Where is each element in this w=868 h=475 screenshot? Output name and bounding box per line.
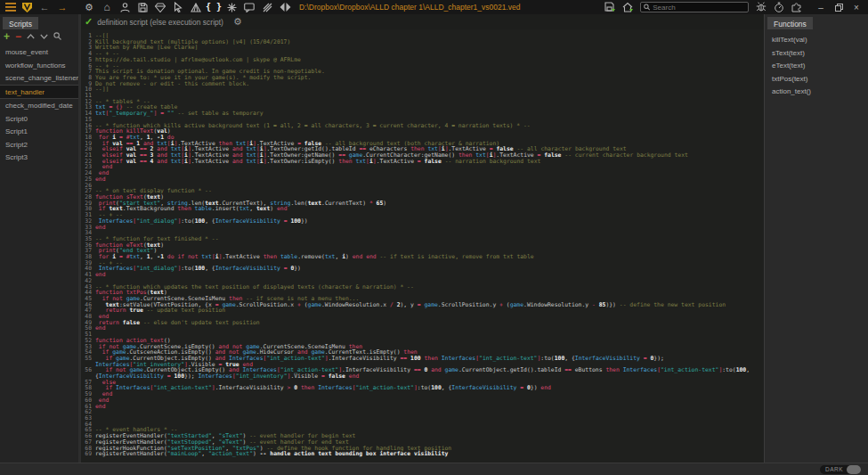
code-line[interactable]: 51: [81, 332, 764, 338]
dialog-speech-bubble-icon[interactable]: [240, 0, 258, 14]
function-list-item[interactable]: eText(text): [765, 59, 868, 72]
search-input[interactable]: [653, 4, 745, 12]
code-line[interactable]: 14txt["_temporary_"] = "" -- set table a…: [81, 111, 764, 117]
save-with-arrow-icon[interactable]: [601, 0, 619, 14]
code-line[interactable]: 50end: [81, 325, 764, 332]
function-list-item[interactable]: sText(text): [765, 46, 868, 60]
code-line[interactable]: 32 Interfaces["int_dialog"]:to(100, {Int…: [81, 218, 764, 225]
code-line[interactable]: 9Do not remove - or edit - this comment …: [81, 81, 764, 87]
code-line[interactable]: 27-- * on text display function * --: [81, 188, 764, 194]
home-icon[interactable]: ⌂: [98, 0, 116, 14]
code-text: -- * function which kills active backgro…: [95, 123, 764, 129]
code-line[interactable]: 22 elseif val == 4 and txt[i].TextActive…: [81, 159, 764, 165]
code-line[interactable]: 35-- * function for text finished * --: [81, 236, 764, 242]
script-list-item[interactable]: Script0: [0, 112, 78, 126]
restore-button[interactable]: [831, 1, 847, 13]
code-line[interactable]: 11: [81, 93, 764, 99]
script-list-item[interactable]: workflow_functions: [0, 59, 78, 72]
line-number: 55: [81, 356, 95, 367]
script-settings-gear-icon[interactable]: ⚙: [233, 16, 242, 28]
code-line[interactable]: 25end: [81, 176, 764, 183]
code-line[interactable]: 3Written by AFRLme [Lee Clarke]: [81, 45, 764, 51]
function-list-item[interactable]: action_text(): [765, 85, 868, 98]
script-list-item[interactable]: text_handler: [0, 85, 78, 100]
move-down-button[interactable]: [40, 34, 48, 39]
theme-toggle[interactable]: DARK: [820, 465, 861, 474]
script-list-item[interactable]: mouse_event: [0, 45, 78, 59]
menu-icon[interactable]: [4, 0, 18, 14]
close-button[interactable]: ×: [848, 1, 864, 13]
code-text: function eText(text): [95, 242, 764, 249]
status-bar: DARK: [0, 463, 868, 475]
code-text: Interfaces["int_dialog"]:to(100, {Interf…: [95, 218, 764, 225]
code-line[interactable]: 41end: [81, 272, 764, 278]
settings-gear-icon[interactable]: ⚙: [80, 0, 98, 14]
definition-script-checkbox[interactable]: ✓: [85, 16, 93, 28]
debug-bug-icon[interactable]: [752, 0, 770, 14]
code-text: -- * function which updates the text pos…: [95, 284, 764, 291]
code-line[interactable]: 59 end: [81, 391, 764, 397]
code-line[interactable]: 61end: [81, 404, 764, 410]
code-text: if Interfaces["int_action-text"].Interfa…: [95, 385, 764, 391]
line-number: 56: [81, 367, 95, 379]
add-script-button[interactable]: +: [4, 30, 10, 43]
code-line[interactable]: 24 end: [81, 170, 764, 176]
script-list-item[interactable]: Script1: [0, 125, 78, 138]
code-line[interactable]: 64: [81, 422, 764, 428]
code-line[interactable]: 49 return false -- else don't update tex…: [81, 320, 764, 326]
plugin-puzzle-icon[interactable]: [788, 0, 806, 14]
character-person-icon[interactable]: [116, 0, 134, 14]
code-line[interactable]: 69registerEventHandler("mainLoop", "acti…: [81, 451, 764, 457]
scripts-panel: + − mouse_eventworkflow_functionsscene_c…: [0, 29, 78, 463]
script-list-item[interactable]: scene_change_listener: [0, 71, 78, 85]
profiler-stopwatch-icon[interactable]: [770, 0, 788, 14]
function-list-item[interactable]: killText(val): [765, 33, 868, 46]
code-line[interactable]: 10--]]: [81, 86, 764, 93]
code-line[interactable]: 33end: [81, 225, 764, 231]
filter-search-icon[interactable]: [53, 32, 61, 40]
code-line[interactable]: 60 end: [81, 397, 764, 404]
script-list-item[interactable]: Script2: [0, 138, 78, 152]
code-line[interactable]: 56 if not game.CurrentObject.isEmpty() a…: [81, 367, 764, 379]
visionaire-logo-icon[interactable]: [18, 0, 36, 14]
shader-stripes-icon[interactable]: [258, 0, 276, 14]
script-list-item[interactable]: check_modified_date: [0, 99, 78, 112]
forward-arrow-icon[interactable]: →: [53, 0, 71, 14]
code-line[interactable]: 63: [81, 415, 764, 422]
code-line[interactable]: 30 if text.TextBackground then table.ins…: [81, 206, 764, 212]
minimize-button[interactable]: –: [813, 1, 829, 13]
theme-toggle-knob[interactable]: [847, 465, 861, 474]
code-line[interactable]: 5https://de.tail.studio | afrlme@outlook…: [81, 57, 764, 63]
code-line[interactable]: 38 for i = #txt, 1, -1 do if not txt[i].…: [81, 254, 764, 260]
code-editor[interactable]: 1--[[2Kill background text (multiple opt…: [78, 29, 764, 463]
code-text: Written by AFRLme [Lee Clarke]: [95, 45, 764, 51]
code-line[interactable]: 23 end: [81, 164, 764, 170]
back-arrow-icon[interactable]: ←: [36, 0, 53, 14]
function-list-item[interactable]: txtPos(text): [765, 72, 868, 86]
export-home-arrow-icon[interactable]: [619, 0, 637, 14]
code-text: return false -- else don't update text p…: [95, 320, 764, 326]
transition-double-arrow-icon[interactable]: [276, 0, 294, 14]
code-line[interactable]: 58 if Interfaces["int_action-text"].Inte…: [81, 385, 764, 391]
interface-floppy-icon[interactable]: [134, 0, 151, 14]
item-diamond-icon[interactable]: [151, 0, 169, 14]
code-line[interactable]: 40 Interfaces["int_dialog"]:to(100, {Int…: [81, 266, 764, 272]
cursor-pointer-icon[interactable]: [169, 0, 187, 14]
code-line[interactable]: 16-- * function which kills active backg…: [81, 123, 764, 129]
code-text: end: [95, 397, 764, 404]
code-line[interactable]: 55 if game.CurrentObject.isEmpty() and I…: [81, 356, 764, 367]
particle-snowflake-icon[interactable]: [223, 0, 240, 14]
code-line[interactable]: 17function killText(val): [81, 128, 764, 135]
tab-row: Scripts ✓ definition script (else execut…: [0, 14, 868, 29]
code-line[interactable]: 43-- * function which updates the text p…: [81, 284, 764, 291]
remove-script-button[interactable]: −: [15, 30, 21, 43]
functions-panel: killText(val)sText(text)eText(text)txtPo…: [764, 29, 868, 463]
font-prism-icon[interactable]: [187, 0, 205, 14]
code-line[interactable]: 36function eText(text): [81, 242, 764, 249]
code-line[interactable]: 12-- * tables * --: [81, 99, 764, 105]
code-line[interactable]: 47 return true -- update text position: [81, 307, 764, 314]
code-line[interactable]: 62: [81, 409, 764, 415]
script-braces-icon[interactable]: { }: [205, 0, 223, 14]
move-up-button[interactable]: [27, 34, 35, 39]
script-list-item[interactable]: Script3: [0, 151, 78, 164]
